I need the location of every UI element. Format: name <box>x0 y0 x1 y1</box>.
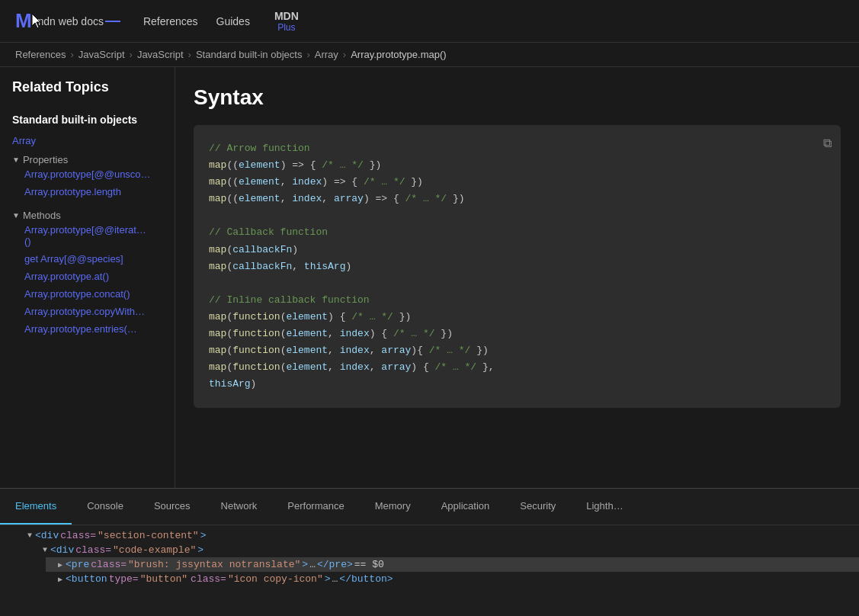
logo[interactable]: M mdn web docs <box>15 9 120 33</box>
breadcrumb-javascript-1[interactable]: JavaScript <box>79 49 125 60</box>
dom-line-2[interactable]: ▼ <div class= "code-example" > <box>30 543 859 557</box>
collapse-triangle-2: ▼ <box>43 546 47 554</box>
tab-lighthouse[interactable]: Lighth… <box>571 489 638 525</box>
dom-line-1[interactable]: ▼ <div class= "section-content" > <box>15 528 859 543</box>
tab-sources[interactable]: Sources <box>139 489 206 525</box>
dom-equals-sign: == $0 <box>354 559 384 570</box>
dom-attr-class-1: class= <box>60 530 96 541</box>
dom-attr-val-4: "icon copy-icon" <box>228 573 323 585</box>
dom-close-3: > <box>302 559 308 570</box>
sidebar-section-standard[interactable]: Standard built-in objects <box>0 107 175 132</box>
breadcrumb-standard-objects[interactable]: Standard built-in objects <box>196 49 302 60</box>
dom-close-4: > <box>325 573 331 585</box>
breadcrumb-sep-5: › <box>343 49 346 60</box>
code-line-10: thisArg) <box>209 376 825 393</box>
devtools-bar: Elements Console Sources Network Perform… <box>0 488 859 525</box>
sidebar-item-length[interactable]: Array.prototype.length <box>12 183 162 201</box>
tab-memory[interactable]: Memory <box>360 489 426 525</box>
code-line-4: map(callbackFn) <box>209 242 825 258</box>
breadcrumb-array[interactable]: Array <box>315 49 338 60</box>
dom-end-btn: </button> <box>339 573 393 585</box>
logo-text: mdn web docs <box>35 15 104 27</box>
tab-application[interactable]: Application <box>426 489 505 525</box>
main-area: Related Topics Standard built-in objects… <box>0 67 859 488</box>
dom-attr-type: type= <box>109 573 139 585</box>
sidebar-item-entries[interactable]: Array.prototype.entries(… <box>12 320 162 338</box>
code-line-8: map(function(element, index, array){ /* … <box>209 342 825 359</box>
sidebar-item-array[interactable]: Array <box>0 132 175 149</box>
properties-label: Properties <box>23 154 68 165</box>
breadcrumb-current: Array.prototype.map() <box>351 49 446 60</box>
guides-nav-link[interactable]: Guides <box>216 15 250 27</box>
sidebar-item-iterator[interactable]: Array.prototype[@@iterat… () <box>12 221 162 250</box>
collapse-triangle-1: ▼ <box>27 531 32 540</box>
sidebar-group-methods[interactable]: ▼ Methods Array.prototype[@@iterat… () g… <box>0 205 175 342</box>
logo-underline <box>105 21 120 22</box>
tab-network[interactable]: Network <box>206 489 273 525</box>
dom-ellipsis-btn: … <box>332 573 338 585</box>
code-line-5: map(callbackFn, thisArg) <box>209 258 825 275</box>
collapse-triangle-4: ▶ <box>58 575 63 584</box>
code-line-3: map((element, index, array) => { /* … */… <box>209 191 825 207</box>
code-comment-inline-cb: // Inline callback function <box>209 292 825 309</box>
code-comment-callback: // Callback function <box>209 224 825 241</box>
tab-performance[interactable]: Performance <box>272 489 359 525</box>
dom-attr-class-3: class= <box>91 559 127 570</box>
dom-close-2: > <box>197 544 204 556</box>
dom-tag-div-1: <div <box>35 530 59 541</box>
logo-m-icon: M <box>15 9 32 33</box>
tab-console[interactable]: Console <box>72 489 139 525</box>
code-line-2: map((element, index) => { /* … */ }) <box>209 174 825 191</box>
code-line-6: map(function(element) { /* … */ }) <box>209 309 825 326</box>
dom-attr-class-4: class= <box>191 573 226 585</box>
sidebar-item-species[interactable]: get Array[@@species] <box>12 250 162 268</box>
breadcrumb-references[interactable]: References <box>15 49 66 60</box>
sidebar-item-at[interactable]: Array.prototype.at() <box>12 268 162 285</box>
page-heading: Syntax <box>194 85 841 110</box>
dom-line-4[interactable]: ▶ <button type= "button" class= "icon co… <box>46 572 859 586</box>
dom-ellipsis-pre: … <box>309 559 316 570</box>
dom-tag-button: <button <box>66 573 107 585</box>
dom-attr-val-2: "code-example" <box>113 544 196 556</box>
breadcrumb-sep-2: › <box>130 49 133 60</box>
tab-security[interactable]: Security <box>505 489 571 525</box>
sidebar-item-concat[interactable]: Array.prototype.concat() <box>12 285 162 303</box>
top-navigation: M mdn web docs References Guides MDN Plu… <box>0 0 859 43</box>
sidebar-group-properties[interactable]: ▼ Properties Array.prototype[@@unsco… Ar… <box>0 149 175 205</box>
dom-attr-type-val: "button" <box>140 573 188 585</box>
dom-close-1: > <box>200 530 207 541</box>
methods-label: Methods <box>23 210 61 221</box>
tab-elements[interactable]: Elements <box>0 489 72 525</box>
triangle-methods-icon: ▼ <box>12 211 20 220</box>
collapse-triangle-3: ▶ <box>58 560 63 569</box>
sidebar-group-methods-header[interactable]: ▼ Methods <box>12 210 162 221</box>
mdn-plus-top: MDN <box>274 10 299 22</box>
triangle-icon: ▼ <box>12 156 20 164</box>
sidebar-group-properties-header[interactable]: ▼ Properties <box>12 154 162 165</box>
dom-attr-class-2: class= <box>75 544 111 556</box>
sidebar-item-copywith[interactable]: Array.prototype.copyWith… <box>12 303 162 320</box>
breadcrumb-javascript-2[interactable]: JavaScript <box>137 49 184 60</box>
dom-end-pre: </pre> <box>317 559 353 570</box>
breadcrumb-sep-3: › <box>188 49 191 60</box>
references-nav-link[interactable]: References <box>143 15 198 27</box>
dom-line-3[interactable]: ▶ <pre class= "brush: jssyntax notransla… <box>46 557 859 572</box>
main-content: Syntax ⧉ // Arrow function map((element)… <box>175 67 859 488</box>
sidebar: Related Topics Standard built-in objects… <box>0 67 175 488</box>
mdn-plus-link[interactable]: MDN Plus <box>274 10 299 33</box>
code-line-1: map((element) => { /* … */ }) <box>209 157 825 174</box>
devtools-content: ▼ <div class= "section-content" > ▼ <div… <box>0 525 859 616</box>
breadcrumb-sep-4: › <box>306 49 309 60</box>
code-line-9: map(function(element, index, array) { /*… <box>209 359 825 376</box>
related-topics-heading: Related Topics <box>0 79 175 107</box>
dom-tag-div-2: <div <box>50 544 74 556</box>
code-block: ⧉ // Arrow function map((element) => { /… <box>194 125 841 408</box>
dom-attr-val-3: "brush: jssyntax notranslate" <box>128 559 300 570</box>
breadcrumb: References › JavaScript › JavaScript › S… <box>0 43 859 67</box>
dom-tag-pre: <pre <box>66 559 89 570</box>
sidebar-item-unscoped[interactable]: Array.prototype[@@unsco… <box>12 165 162 183</box>
breadcrumb-sep-1: › <box>70 49 73 60</box>
code-line-7: map(function(element, index) { /* … */ }… <box>209 326 825 342</box>
copy-icon[interactable]: ⧉ <box>823 134 832 155</box>
code-comment-arrow: // Arrow function <box>209 140 825 157</box>
